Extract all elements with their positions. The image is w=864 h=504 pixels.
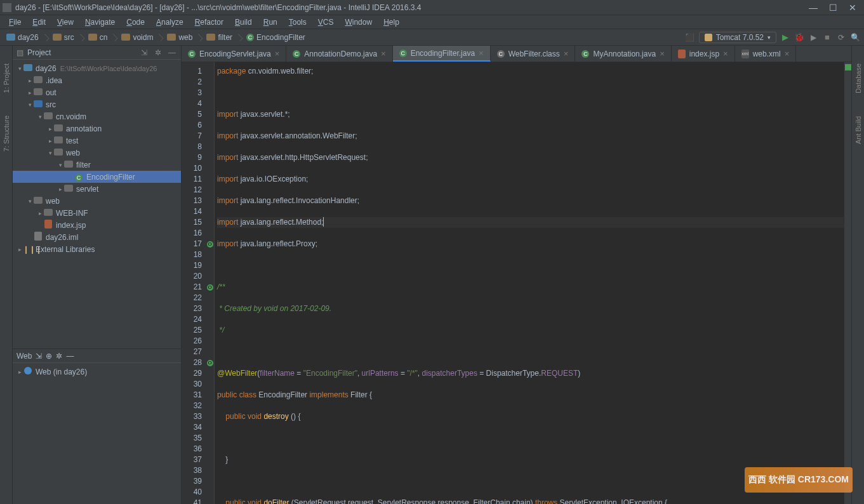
line-number[interactable]: 15 <box>182 217 202 228</box>
breadcrumb-crumb[interactable]: CEncodingFilter <box>244 32 308 43</box>
tree-row-indexjsp[interactable]: index.jsp <box>13 219 181 231</box>
override-icon[interactable]: O <box>207 360 213 366</box>
menu-item-tools[interactable]: Tools <box>284 17 312 28</box>
line-number[interactable]: 10 <box>182 163 202 174</box>
settings-icon[interactable]: ✲ <box>153 48 163 58</box>
code-line[interactable]: import java.lang.reflect.InvocationHandl… <box>217 196 844 206</box>
menu-item-run[interactable]: Run <box>258 17 282 28</box>
gutter-cell[interactable] <box>206 109 214 120</box>
gutter-cell[interactable] <box>206 379 214 390</box>
menu-item-vcs[interactable]: VCS <box>313 17 339 28</box>
breadcrumb-crumb[interactable]: cn <box>86 32 110 43</box>
line-number[interactable]: 16 <box>182 228 202 239</box>
menu-item-view[interactable]: View <box>52 17 79 28</box>
line-number[interactable]: 3 <box>182 88 202 98</box>
tree-arrow-icon[interactable]: ▾ <box>27 198 33 204</box>
gutter-cell[interactable]: O <box>206 357 214 368</box>
web-tree[interactable]: ▸Web (in day26) <box>13 363 181 504</box>
code-editor[interactable]: package cn.voidm.web.filter; import java… <box>215 62 844 504</box>
gutter-cell[interactable] <box>206 185 214 196</box>
close-tab-icon[interactable]: × <box>381 49 386 58</box>
menu-item-analyze[interactable]: Analyze <box>151 17 189 28</box>
tree-arrow-icon[interactable]: ▸ <box>47 138 53 144</box>
tree-row-day26[interactable]: ▾day26E:\ItSoft\WorkPlace\Idea\day26 <box>13 62 181 74</box>
update-button[interactable]: ⟳ <box>836 32 846 43</box>
breadcrumb-crumb[interactable]: filter <box>204 32 235 43</box>
tree-row-day26iml[interactable]: day26.iml <box>13 231 181 243</box>
tree-row-encodingfilter[interactable]: CEncodingFilter <box>13 171 181 183</box>
tree-row-webinf[interactable]: ▸WEB-INF <box>13 207 181 219</box>
tree-row-cnvoidm[interactable]: ▾cn.voidm <box>13 110 181 123</box>
breadcrumb-crumb[interactable]: day26 <box>4 32 41 43</box>
minimize-button[interactable]: — <box>809 3 818 13</box>
file-tab-webfilterclass[interactable]: CWebFilter.class× <box>491 46 576 62</box>
breadcrumb-crumb[interactable]: web <box>164 32 195 43</box>
tree-row-servlet[interactable]: ▸servlet <box>13 183 181 195</box>
gutter-cell[interactable] <box>206 487 214 498</box>
gutter-cell[interactable] <box>206 131 214 142</box>
run-config-selector[interactable]: Tomcat 7.0.52 ▾ <box>699 32 776 43</box>
line-number[interactable]: 2 <box>182 77 202 88</box>
line-number[interactable]: 30 <box>182 379 202 390</box>
line-number[interactable]: 7 <box>182 131 202 142</box>
code-line[interactable]: public void doFilter (ServletRequest req… <box>217 498 844 504</box>
code-line[interactable]: import java.lang.reflect.Proxy; <box>217 239 844 249</box>
gutter-cell[interactable] <box>206 401 214 411</box>
code-line[interactable]: public class EncodingFilter implements F… <box>217 390 844 401</box>
line-number[interactable]: 37 <box>182 454 202 465</box>
line-number[interactable]: 24 <box>182 314 202 325</box>
code-line[interactable]: /** <box>217 282 844 293</box>
gutter-cell[interactable] <box>206 303 214 314</box>
code-line[interactable] <box>217 260 844 271</box>
file-tab-encodingfilterjava[interactable]: CEncodingFilter.java× <box>393 46 491 62</box>
gutter-cell[interactable] <box>206 217 214 228</box>
tree-row-test[interactable]: ▸test <box>13 135 181 147</box>
close-tab-icon[interactable]: × <box>275 49 280 58</box>
gutter-cell[interactable] <box>206 66 214 77</box>
tree-row-src[interactable]: ▾src <box>13 98 181 110</box>
code-line[interactable]: import javax.servlet.annotation.WebFilte… <box>217 131 844 142</box>
tree-arrow-icon[interactable]: ▸ <box>47 126 53 132</box>
gutter-cell[interactable] <box>206 174 214 185</box>
close-tab-icon[interactable]: × <box>564 49 569 58</box>
gutter-cell[interactable]: O <box>206 282 214 293</box>
line-number[interactable]: 14 <box>182 206 202 217</box>
hide-panel-icon[interactable]: — <box>167 48 177 58</box>
line-number[interactable]: 11 <box>182 174 202 185</box>
line-number[interactable]: 27 <box>182 347 202 357</box>
code-line[interactable]: } <box>217 454 844 465</box>
line-number[interactable]: 32 <box>182 401 202 411</box>
line-number[interactable]: 8 <box>182 142 202 152</box>
gutter-cell[interactable]: O <box>206 239 214 249</box>
code-line[interactable]: public void destroy () { <box>217 411 844 422</box>
line-number[interactable]: 40 <box>182 487 202 498</box>
gutter-cell[interactable] <box>206 152 214 163</box>
gutter-cell[interactable] <box>206 120 214 131</box>
gutter-cell[interactable] <box>206 444 214 454</box>
web-panel-title[interactable]: Web <box>17 352 32 361</box>
gutter-cell[interactable] <box>206 465 214 476</box>
gutter-cell[interactable] <box>206 260 214 271</box>
line-number[interactable]: 23 <box>182 303 202 314</box>
line-number[interactable]: 9 <box>182 152 202 163</box>
maximize-button[interactable]: ☐ <box>829 3 837 13</box>
project-view-icon[interactable]: ▤ <box>17 48 23 57</box>
coverage-button[interactable]: ▶ <box>808 32 818 43</box>
gutter-cell[interactable] <box>206 433 214 444</box>
line-number[interactable]: 13 <box>182 196 202 206</box>
line-number[interactable]: 20 <box>182 271 202 282</box>
tree-row-web[interactable]: ▾web <box>13 195 181 207</box>
marker-gutter[interactable]: OOO <box>206 62 215 504</box>
tree-arrow-icon[interactable]: ▾ <box>47 150 53 156</box>
code-line[interactable]: import javax.servlet.http.HttpServletReq… <box>217 152 844 163</box>
close-tab-icon[interactable]: × <box>479 48 484 58</box>
left-tab-structure[interactable]: 7: Structure <box>1 110 11 157</box>
line-number-gutter[interactable]: 1234567891011121314151617181920212223242… <box>182 62 206 504</box>
gutter-cell[interactable] <box>206 77 214 88</box>
line-number[interactable]: 4 <box>182 98 202 109</box>
gutter-cell[interactable] <box>206 196 214 206</box>
left-tab-project[interactable]: 1: Project <box>1 58 11 98</box>
file-tab-annotationdemojava[interactable]: CAnnotationDemo.java× <box>286 46 392 62</box>
line-number[interactable]: 6 <box>182 120 202 131</box>
line-number[interactable]: 33 <box>182 411 202 422</box>
